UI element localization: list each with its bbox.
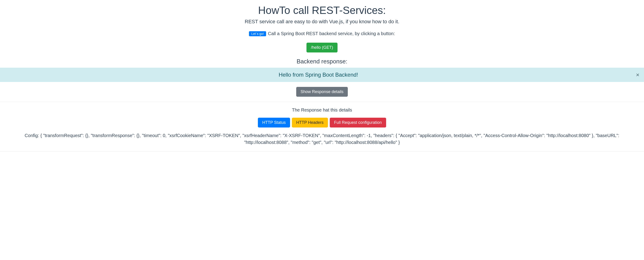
- close-icon[interactable]: ×: [636, 72, 640, 78]
- backend-response-heading: Backend response:: [0, 58, 644, 65]
- response-message: Hello from Spring Boot Backend!: [279, 72, 358, 78]
- response-alert: Hello from Spring Boot Backend! ×: [0, 68, 644, 82]
- http-status-button[interactable]: HTTP Status: [258, 118, 290, 127]
- page-title: HowTo call REST-Services:: [0, 4, 644, 16]
- divider-bottom: [0, 151, 644, 151]
- divider: [0, 102, 644, 102]
- cta-text: Call a Spring Boot REST backend service,…: [268, 31, 395, 36]
- hello-get-button[interactable]: /hello (GET): [306, 43, 337, 52]
- page-subtitle: REST service call are easy to do with Vu…: [0, 19, 644, 25]
- main-container: HowTo call REST-Services: REST service c…: [0, 0, 644, 151]
- lets-go-badge: Let´s go!: [249, 31, 266, 36]
- details-caption: The Response hat this details: [0, 107, 644, 113]
- http-headers-button[interactable]: HTTP Headers: [292, 118, 328, 127]
- show-response-details-button[interactable]: Show Response details: [296, 87, 348, 97]
- config-output: Config: { "transformRequest": {}, "trans…: [0, 132, 644, 146]
- details-toggle-wrap: Show Response details: [0, 87, 644, 97]
- full-request-config-button[interactable]: Full Request configuration: [330, 118, 386, 127]
- details-tab-group: HTTP Status HTTP Headers Full Request co…: [0, 118, 644, 127]
- cta-line: Let´s go! Call a Spring Boot REST backen…: [0, 31, 644, 36]
